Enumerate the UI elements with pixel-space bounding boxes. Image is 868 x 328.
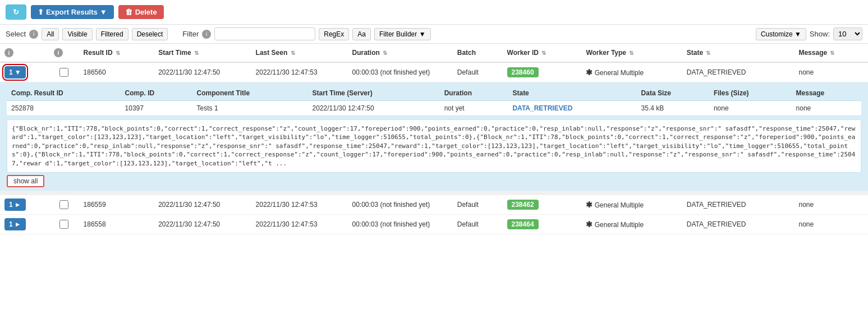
filter-builder-button[interactable]: Filter Builder ▼	[374, 28, 431, 40]
th-comp-result-id: Comp. Result ID	[7, 86, 121, 101]
start-time-cell: 2022/11/30 12:47:50	[154, 62, 251, 82]
table-container: i i Result ID ⇅ Start Time ⇅ Last Seen ⇅…	[0, 44, 868, 234]
row1-checkbox[interactable]	[59, 68, 68, 77]
delete-button[interactable]: 🗑 Delete	[118, 5, 164, 19]
filter-bar-right: Customize ▼ Show: 10 25 50 100	[756, 27, 862, 40]
state-sort-icon[interactable]: ⇅	[706, 50, 710, 56]
message-sort-icon[interactable]: ⇅	[830, 50, 834, 56]
expand-button-2[interactable]: 1 ►	[4, 198, 26, 211]
comp-files: none	[709, 101, 792, 116]
worker-id-cell: 238460	[503, 62, 582, 82]
state-cell: DATA_RETRIEVED	[682, 62, 794, 82]
comp-start-time: 2022/11/30 12:47:50	[308, 101, 440, 116]
upload-icon: ⬆	[38, 8, 44, 16]
header-info2-icon[interactable]: i	[54, 48, 63, 57]
th-worker-id: Worker ID ⇅	[503, 44, 582, 62]
th-comp-data-size: Data Size	[637, 86, 709, 101]
message-cell-2: none	[794, 195, 868, 215]
filtered-button[interactable]: Filtered	[96, 28, 128, 40]
th-worker-type: Worker Type ⇅	[581, 44, 682, 62]
worker-id-cell-2: 238462	[503, 195, 582, 215]
comp-state: DATA_RETRIEVED	[508, 101, 636, 116]
asterisk-icon-3: ✱	[586, 220, 593, 229]
results-table: i i Result ID ⇅ Start Time ⇅ Last Seen ⇅…	[0, 44, 868, 234]
visible-button[interactable]: Visible	[62, 28, 92, 40]
expand-num-2: 1	[9, 201, 13, 209]
filter-info-icon[interactable]: i	[202, 30, 211, 39]
comp-duration: not yet	[440, 101, 508, 116]
batch-cell-2: Default	[453, 195, 503, 215]
comp-header-row: Comp. Result ID Comp. ID Component Title…	[7, 86, 861, 101]
refresh-icon: ↻	[13, 8, 19, 16]
expanded-detail-cell: Comp. Result ID Comp. ID Component Title…	[0, 82, 868, 191]
expand-chevron-right-icon-3: ►	[15, 220, 21, 228]
duration-sort-icon[interactable]: ⇅	[383, 50, 387, 56]
th-comp-title: Component Title	[192, 86, 308, 101]
message-cell-3: none	[794, 214, 868, 234]
filter-bar: Select i All Visible Filtered Deselect F…	[0, 25, 868, 44]
show-all-button[interactable]: show all	[7, 175, 44, 187]
duration-cell: 00:00:03 (not finished yet)	[347, 62, 452, 82]
th-comp-message: Message	[792, 86, 861, 101]
start-time-sort-icon[interactable]: ⇅	[194, 50, 199, 56]
th-duration: Duration ⇅	[347, 44, 452, 62]
trash-icon: 🗑	[125, 8, 132, 16]
th-info: i	[0, 44, 49, 62]
th-batch: Batch	[453, 44, 503, 62]
th-comp-duration: Duration	[440, 86, 508, 101]
refresh-button[interactable]: ↻	[6, 4, 26, 20]
last-seen-cell: 2022/11/30 12:47:53	[251, 62, 348, 82]
batch-cell-3: Default	[453, 214, 503, 234]
export-button[interactable]: ⬆ Export Results ▼	[31, 5, 114, 19]
customize-dropdown-icon: ▼	[794, 30, 801, 38]
th-info2: i	[49, 44, 79, 62]
last-seen-sort-icon[interactable]: ⇅	[291, 50, 295, 56]
data-preview: {"Block_nr":1,"ITI":778,"block_points":0…	[7, 119, 861, 173]
expand-num-1: 1	[9, 68, 13, 76]
expand-cell-3: 1 ►	[0, 214, 49, 234]
row2-checkbox[interactable]	[59, 200, 68, 209]
all-button[interactable]: All	[42, 28, 59, 40]
th-comp-id: Comp. ID	[121, 86, 192, 101]
filter-input[interactable]	[214, 27, 315, 40]
row3-checkbox[interactable]	[59, 220, 68, 229]
table-header-row: i i Result ID ⇅ Start Time ⇅ Last Seen ⇅…	[0, 44, 868, 62]
separator-row	[0, 191, 868, 195]
expand-button-3[interactable]: 1 ►	[4, 218, 26, 230]
worker-type-cell-3: ✱ General Multiple	[581, 214, 682, 234]
customize-button[interactable]: Customize ▼	[756, 28, 806, 40]
worker-type-sort-icon[interactable]: ⇅	[629, 50, 633, 56]
checkbox-cell-2	[49, 195, 79, 215]
expand-button-1[interactable]: 1 ▼	[4, 66, 26, 78]
filter-builder-label: Filter Builder	[379, 30, 417, 38]
table-row: 1 ► 186559 2022/11/30 12:47:50 2022/11/3…	[0, 195, 868, 215]
th-comp-files: Files (Size)	[709, 86, 792, 101]
start-time-cell-2: 2022/11/30 12:47:50	[154, 195, 251, 215]
expanded-inner: Comp. Result ID Comp. ID Component Title…	[0, 82, 868, 191]
expand-num-3: 1	[9, 220, 13, 228]
delete-label: Delete	[135, 8, 157, 16]
regex-button[interactable]: RegEx	[319, 28, 349, 40]
comp-message: none	[792, 101, 861, 116]
th-comp-start-time: Start Time (Server)	[308, 86, 440, 101]
last-seen-cell-2: 2022/11/30 12:47:53	[251, 195, 348, 215]
deselect-button[interactable]: Deselect	[132, 28, 168, 40]
checkbox-cell	[49, 62, 79, 82]
show-select[interactable]: 10 25 50 100	[833, 27, 862, 40]
th-message: Message ⇅	[794, 44, 868, 62]
select-label: Select	[6, 30, 26, 38]
case-button[interactable]: Aa	[352, 28, 371, 40]
expand-cell: 1 ▼	[0, 62, 49, 82]
toolbar: ↻ ⬆ Export Results ▼ 🗑 Delete	[0, 0, 868, 25]
header-info-icon[interactable]: i	[4, 48, 13, 57]
table-row: 1 ► 186558 2022/11/30 12:47:50 2022/11/3…	[0, 214, 868, 234]
filter-label: Filter	[182, 30, 199, 38]
comp-id: 10397	[121, 101, 192, 116]
result-id-cell-3: 186558	[79, 214, 154, 234]
worker-id-sort-icon[interactable]: ⇅	[541, 50, 546, 56]
message-cell: none	[794, 62, 868, 82]
asterisk-icon: ✱	[586, 68, 593, 77]
expand-cell-2: 1 ►	[0, 195, 49, 215]
select-info-icon[interactable]: i	[29, 30, 38, 39]
result-id-sort-icon[interactable]: ⇅	[116, 50, 120, 56]
